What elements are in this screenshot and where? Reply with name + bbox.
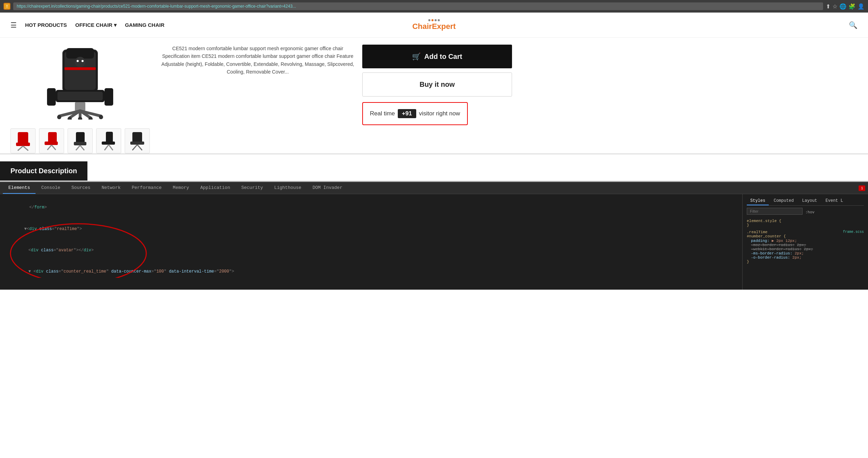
extensions-icon[interactable]: 🧩 — [848, 3, 855, 10]
devtools-notification-badge: 1 — [859, 185, 865, 191]
thumb-image-2 — [41, 130, 62, 151]
devtools-styles-panel: Styles Computed Layout Event L :hov elem… — [743, 194, 868, 290]
devtools-tab-memory[interactable]: Memory — [167, 182, 195, 194]
svg-rect-39 — [130, 142, 144, 145]
svg-point-20 — [77, 60, 79, 62]
logo-expert: Expert — [432, 22, 456, 31]
html-line-4: ▼ <div class="counter_real_time" data-co… — [4, 261, 738, 282]
thumbnail-4[interactable] — [96, 128, 121, 153]
devtools-tab-lighthouse[interactable]: Lighthouse — [269, 182, 307, 194]
devtools-tab-sources[interactable]: Sources — [66, 182, 96, 194]
nav-left: ☰ HOT PRODUCTS OFFICE CHAIR ▾ GAMING CHA… — [10, 21, 164, 29]
logo-dot-4 — [437, 19, 440, 21]
styles-tab-computed[interactable]: Computed — [770, 197, 797, 205]
share-icon[interactable]: ⬆ — [826, 3, 830, 10]
svg-point-19 — [75, 57, 85, 67]
thumb-image-1 — [13, 130, 33, 151]
product-description-tab[interactable]: Product Description — [0, 161, 87, 181]
cart-icon: 🛒 — [412, 52, 421, 61]
devtools-tab-application[interactable]: Application — [195, 182, 236, 194]
bookmark-icon[interactable]: ☆ — [832, 3, 837, 10]
chevron-down-icon: ▾ — [114, 22, 117, 28]
product-description-text: CE521 modern comfortable lumbar support … — [160, 45, 355, 76]
html-line-5: "Real time " — [4, 282, 738, 290]
devtools-body: </form> ▼<div class="realTime"> <div cla… — [0, 194, 868, 290]
nav-office-chair[interactable]: OFFICE CHAIR ▾ — [75, 22, 117, 28]
svg-rect-22 — [18, 132, 28, 144]
browser-actions: ⬆ ☆ 🌐 🧩 👤 — [826, 3, 865, 10]
svg-rect-5 — [57, 92, 103, 100]
thumbnail-1[interactable] — [10, 128, 36, 153]
thumb-image-5 — [127, 130, 148, 151]
styles-filter-input[interactable] — [747, 208, 803, 215]
search-icon[interactable]: 🔍 — [849, 21, 858, 29]
thumb-image-4 — [98, 130, 119, 151]
svg-line-24 — [18, 146, 23, 151]
styles-selector-number-counter: #number_counter { — [747, 234, 786, 238]
profile-icon[interactable]: 👤 — [858, 3, 865, 10]
nav-hot-products[interactable]: HOT PRODUCTS — [25, 22, 67, 28]
logo-dot-3 — [434, 19, 436, 21]
logo-dot-1 — [428, 19, 430, 21]
html-line-1: </form> — [4, 197, 738, 218]
product-images — [7, 41, 153, 153]
svg-line-41 — [137, 145, 142, 150]
html-line-3: <div class="avatar"></div> — [4, 239, 738, 261]
styles-source-realtime: frame.scss — [843, 230, 864, 234]
svg-point-21 — [82, 60, 84, 62]
svg-rect-27 — [45, 142, 58, 145]
styles-rule-realtime: .realTime frame.scss #number_counter { p… — [747, 230, 864, 264]
logo-dot-2 — [431, 19, 433, 21]
browser-bar: ! https://chairexpert.in/collections/gam… — [0, 0, 868, 13]
buy-now-button[interactable]: Buy it now — [362, 72, 512, 97]
svg-rect-35 — [102, 142, 115, 145]
svg-rect-7 — [104, 88, 113, 106]
devtools-tab-elements[interactable]: Elements — [3, 182, 36, 194]
thumbnail-2[interactable] — [39, 128, 64, 153]
html-line-2: ▼<div class="realTime"> — [4, 218, 738, 239]
realtime-label: Real time — [370, 110, 395, 117]
product-info: CE521 modern comfortable lumbar support … — [160, 41, 355, 153]
devtools-html-panel: </form> ▼<div class="realTime"> <div cla… — [0, 194, 743, 290]
devtools-tab-dom-invader[interactable]: DOM Invader — [307, 182, 348, 194]
add-to-cart-button[interactable]: 🛒 Add to Cart — [362, 45, 512, 68]
devtools-tab-bar: Elements Console Sources Network Perform… — [0, 182, 868, 194]
visitor-count-badge: +91 — [398, 109, 416, 118]
hamburger-menu-icon[interactable]: ☰ — [10, 21, 17, 29]
svg-point-15 — [99, 115, 103, 119]
svg-line-32 — [76, 145, 80, 150]
devtools-tab-performance[interactable]: Performance — [126, 182, 167, 194]
browser-favicon: ! — [3, 3, 10, 10]
devtools-tab-console[interactable]: Console — [36, 182, 66, 194]
logo-chair: Chair — [412, 22, 432, 31]
thumbnail-3[interactable] — [68, 128, 93, 153]
styles-tab-layout[interactable]: Layout — [799, 197, 821, 205]
product-area: CE521 modern comfortable lumbar support … — [0, 38, 868, 153]
svg-rect-26 — [48, 132, 57, 143]
main-image — [7, 41, 153, 125]
translate-icon[interactable]: 🌐 — [839, 3, 846, 10]
svg-point-14 — [57, 115, 61, 119]
styles-rule-element: element.style { } — [747, 219, 864, 227]
thumb-image-3 — [70, 130, 91, 151]
svg-line-36 — [104, 145, 109, 150]
pseudo-hover-toggle[interactable]: :hov — [805, 210, 814, 214]
devtools-tab-network[interactable]: Network — [96, 182, 126, 194]
svg-line-37 — [109, 145, 113, 150]
devtools-tab-security[interactable]: Security — [236, 182, 269, 194]
styles-selector-realtime: .realTime — [747, 230, 767, 234]
styles-tab-event[interactable]: Event L — [822, 197, 846, 205]
thumbnail-5[interactable] — [125, 128, 150, 153]
site-logo[interactable]: ChairExpert — [412, 19, 456, 31]
visitor-suffix: visitor right now — [419, 110, 460, 117]
product-desc-area: Product Description — [0, 153, 868, 182]
nav-gaming-chair[interactable]: GAMING CHAIR — [125, 22, 164, 28]
svg-rect-23 — [16, 143, 30, 146]
logo-text: ChairExpert — [412, 22, 456, 31]
svg-line-33 — [80, 145, 84, 150]
styles-tab-styles[interactable]: Styles — [747, 197, 769, 205]
devtools-panel: Elements Console Sources Network Perform… — [0, 182, 868, 290]
svg-rect-31 — [74, 142, 86, 145]
svg-rect-2 — [64, 67, 96, 70]
url-bar[interactable]: https://chairexpert.in/collections/gamin… — [13, 2, 823, 10]
